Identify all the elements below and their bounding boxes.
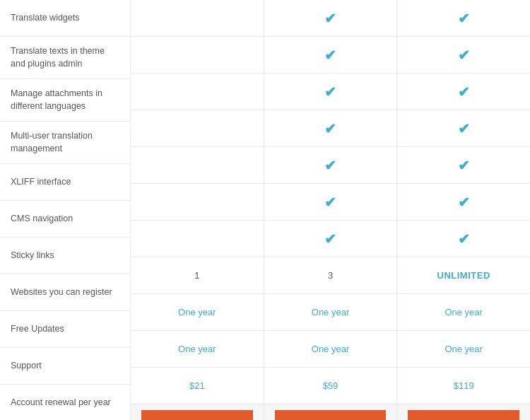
plan-unlimited-websites: UNLIMITED bbox=[397, 257, 530, 294]
plan-unlimited-check-6: ✔ bbox=[397, 184, 530, 221]
plan-basic-free-updates: One year bbox=[131, 294, 264, 331]
plan-basic-renewal: $21 bbox=[131, 368, 264, 404]
plan-unlimited-support: One year bbox=[397, 331, 530, 368]
plan-plus-buy-button[interactable]: $79 | BUY NOW bbox=[275, 410, 387, 420]
feature-websites: Websites you can register bbox=[0, 274, 130, 311]
plan-basic-check-2 bbox=[131, 37, 264, 74]
plan-unlimited-check-5: ✔ bbox=[397, 147, 530, 184]
plan-basic-check-4 bbox=[131, 110, 264, 147]
feature-renewal: Account renewal per year bbox=[0, 385, 130, 420]
feature-free-updates: Free Updates bbox=[0, 311, 130, 348]
plan-plus-buy-cell: $79 | BUY NOW bbox=[264, 404, 397, 420]
plan-unlimited-buy-cell: $159 | BUY NOW bbox=[397, 404, 530, 420]
plan-basic: 1 One year One year $21 $29 | BUY NOW bbox=[131, 0, 264, 420]
plan-plus-check-2: ✔ bbox=[264, 37, 397, 74]
plan-unlimited-check-4: ✔ bbox=[397, 110, 530, 147]
feature-sticky-links: Sticky links bbox=[0, 238, 130, 274]
plan-unlimited: ✔ ✔ ✔ ✔ ✔ ✔ ✔ UNLIMITED One year One yea… bbox=[397, 0, 530, 420]
feature-xliff: XLIFF interface bbox=[0, 164, 130, 201]
plan-basic-buy-cell: $29 | BUY NOW bbox=[131, 404, 264, 420]
plan-unlimited-check-1: ✔ bbox=[397, 0, 530, 37]
plan-basic-check-1 bbox=[131, 0, 264, 37]
feature-multi-user: Multi-user translation management bbox=[0, 122, 130, 164]
feature-cms-nav: CMS navigation bbox=[0, 201, 130, 238]
feature-support: Support bbox=[0, 348, 130, 385]
plan-unlimited-check-2: ✔ bbox=[397, 37, 530, 74]
plan-basic-buy-button[interactable]: $29 | BUY NOW bbox=[141, 410, 253, 420]
feature-manage-attachments: Manage attachments in different language… bbox=[0, 79, 130, 122]
plan-basic-websites: 1 bbox=[131, 257, 264, 294]
plan-basic-support: One year bbox=[131, 331, 264, 368]
plan-unlimited-free-updates: One year bbox=[397, 294, 530, 331]
plan-unlimited-renewal: $119 bbox=[397, 368, 530, 404]
plan-plus-check-1: ✔ bbox=[264, 0, 397, 37]
plan-plus-check-3: ✔ bbox=[264, 74, 397, 110]
plan-plus: ✔ ✔ ✔ ✔ ✔ ✔ ✔ 3 One year One year $59 bbox=[264, 0, 398, 420]
plan-plus-free-updates: One year bbox=[264, 294, 397, 331]
plan-plus-check-6: ✔ bbox=[264, 184, 397, 221]
plan-unlimited-check-3: ✔ bbox=[397, 74, 530, 110]
pricing-table: Translate widgets Translate texts in the… bbox=[0, 0, 530, 420]
plan-unlimited-check-7: ✔ bbox=[397, 221, 530, 257]
plan-basic-check-5 bbox=[131, 147, 264, 184]
feature-translate-texts: Translate texts in theme and plugins adm… bbox=[0, 37, 130, 79]
plan-plus-support: One year bbox=[264, 331, 397, 368]
plan-plus-websites: 3 bbox=[264, 257, 397, 294]
plan-basic-check-6 bbox=[131, 184, 264, 221]
features-column: Translate widgets Translate texts in the… bbox=[0, 0, 131, 420]
plan-plus-check-5: ✔ bbox=[264, 147, 397, 184]
plan-basic-check-7 bbox=[131, 221, 264, 257]
plan-plus-check-4: ✔ bbox=[264, 110, 397, 147]
feature-translate-widgets: Translate widgets bbox=[0, 0, 130, 37]
plan-unlimited-buy-button[interactable]: $159 | BUY NOW bbox=[408, 410, 519, 420]
plan-plus-check-7: ✔ bbox=[264, 221, 397, 257]
plan-basic-check-3 bbox=[131, 74, 264, 110]
plan-plus-renewal: $59 bbox=[264, 368, 397, 404]
